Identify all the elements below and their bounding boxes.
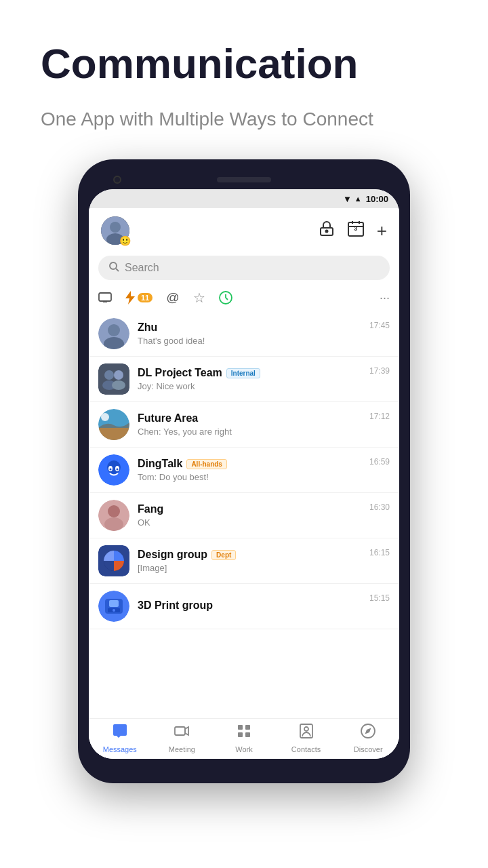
chat-time-3dprint: 15:15	[369, 593, 390, 603]
chat-item-zhu[interactable]: Zhu That's good idea! 17:45	[89, 311, 399, 357]
chat-name-fang: Fang	[138, 503, 163, 515]
chat-time-dl: 17:39	[369, 366, 390, 376]
chat-info-design: Design group Dept [Image]	[138, 549, 361, 573]
chat-avatar-3dprint	[98, 591, 129, 622]
nav-item-meeting[interactable]: Meeting	[151, 723, 214, 753]
phone-camera	[113, 176, 121, 184]
chat-avatar-dl	[98, 363, 129, 395]
phone-top-bar	[89, 170, 399, 189]
svg-point-28	[104, 517, 123, 531]
chat-badge-dingtalk: All-hands	[186, 459, 227, 469]
lock-icon[interactable]	[319, 220, 335, 241]
chat-item-fang[interactable]: Fang OK 16:30	[89, 493, 399, 538]
chat-name-row-zhu: Zhu	[138, 321, 361, 334]
hero-title: Communication	[41, 41, 447, 87]
chat-time-dingtalk: 16:59	[369, 457, 390, 467]
calendar-icon[interactable]: 3	[347, 220, 365, 241]
contacts-label: Contacts	[291, 745, 321, 753]
chat-preview-design: [Image]	[138, 563, 361, 573]
hero-subtitle: One App with Multiple Ways to Connect	[41, 106, 447, 132]
discover-label: Discover	[354, 745, 383, 753]
filter-tab-clock[interactable]	[219, 291, 232, 304]
chat-info-future: Future Area Chen: Yes, you are right	[138, 412, 361, 437]
chat-name-row-design: Design group Dept	[138, 549, 361, 561]
bottom-nav: Messages Meeting	[89, 718, 399, 759]
svg-rect-12	[98, 363, 129, 395]
status-bar: ▼ ▲ 10:00	[89, 189, 399, 208]
svg-rect-37	[238, 725, 243, 730]
filter-tab-screen[interactable]	[98, 292, 112, 303]
chat-time-zhu: 17:45	[369, 321, 390, 330]
svg-point-16	[112, 380, 125, 390]
chat-preview-dl: Joy: Nice work	[138, 381, 361, 391]
filter-tab-star[interactable]: ☆	[193, 290, 205, 306]
meeting-label: Meeting	[169, 745, 195, 753]
work-icon	[236, 723, 252, 743]
chat-item-dl[interactable]: DL Project Team Internal Joy: Nice work …	[89, 357, 399, 402]
chat-name-row-dingtalk: DingTalk All-hands	[138, 458, 361, 470]
svg-point-24	[110, 469, 112, 471]
wifi-icon: ▼	[343, 194, 352, 204]
chat-preview-zhu: That's good idea!	[138, 336, 361, 346]
chat-preview-fang: OK	[138, 517, 361, 528]
chat-item-future[interactable]: Future Area Chen: Yes, you are right 17:…	[89, 402, 399, 448]
app-header: 🙂	[89, 208, 399, 253]
svg-rect-36	[175, 727, 185, 735]
chat-item-3dprint[interactable]: 3D Print group 15:15	[89, 584, 399, 629]
search-icon	[109, 262, 119, 274]
nav-item-messages[interactable]: Messages	[89, 723, 151, 753]
user-avatar[interactable]: 🙂	[101, 216, 129, 245]
avatar-emoji: 🙂	[119, 235, 131, 246]
chat-avatar-future	[98, 409, 129, 440]
svg-rect-40	[245, 732, 250, 737]
chat-item-dingtalk[interactable]: DingTalk All-hands Tom: Do you best! 16:…	[89, 448, 399, 493]
svg-point-19	[101, 413, 109, 421]
filter-tab-bolt[interactable]: 11	[125, 291, 152, 304]
chat-badge-design: Dept	[211, 550, 236, 560]
filter-tab-at[interactable]: @	[166, 290, 179, 305]
chat-avatar-dingtalk	[98, 454, 129, 486]
chat-name-row-future: Future Area	[138, 412, 361, 425]
messages-label: Messages	[103, 745, 137, 753]
phone-screen: ▼ ▲ 10:00	[89, 189, 399, 759]
chat-avatar-design	[98, 545, 129, 576]
chat-info-dingtalk: DingTalk All-hands Tom: Do you best!	[138, 458, 361, 482]
work-label: Work	[235, 745, 252, 753]
chat-name-row-3dprint: 3D Print group	[138, 599, 361, 612]
chat-info-3dprint: 3D Print group	[138, 599, 361, 614]
chat-name-future: Future Area	[138, 412, 198, 425]
search-bar[interactable]: Search	[98, 256, 390, 280]
svg-point-4	[325, 231, 327, 233]
chat-name-row-dl: DL Project Team Internal	[138, 367, 361, 379]
header-icons: 3 +	[319, 220, 387, 241]
chat-item-design[interactable]: Design group Dept [Image] 16:15	[89, 538, 399, 584]
svg-point-10	[108, 324, 120, 336]
page-wrapper: Communication One App with Multiple Ways…	[0, 0, 488, 868]
svg-point-42	[304, 727, 308, 731]
svg-point-1	[110, 222, 121, 233]
status-icons: ▼ ▲	[343, 194, 362, 204]
bolt-badge: 11	[138, 293, 152, 302]
chat-preview-dingtalk: Tom: Do you best!	[138, 472, 361, 482]
contacts-icon	[298, 723, 314, 743]
chat-info-zhu: Zhu That's good idea!	[138, 321, 361, 346]
meeting-icon	[174, 723, 190, 743]
svg-rect-7	[99, 293, 111, 301]
chat-name-design: Design group	[138, 549, 207, 561]
nav-item-discover[interactable]: Discover	[337, 723, 399, 753]
svg-point-15	[114, 370, 123, 380]
svg-rect-33	[109, 600, 119, 607]
plus-icon[interactable]: +	[377, 220, 387, 241]
svg-marker-44	[365, 728, 371, 734]
chat-preview-future: Chen: Yes, you are right	[138, 427, 361, 437]
search-placeholder: Search	[125, 262, 159, 274]
svg-point-27	[108, 505, 120, 517]
nav-item-work[interactable]: Work	[213, 723, 275, 753]
svg-point-35	[113, 609, 115, 612]
app-content: 🙂	[89, 208, 399, 759]
nav-item-contacts[interactable]: Contacts	[275, 723, 338, 753]
hero-section: Communication One App with Multiple Ways…	[0, 0, 488, 153]
filter-tab-more[interactable]: ···	[380, 291, 390, 305]
filter-tabs: 11 @ ☆ ···	[89, 287, 399, 311]
chat-avatar-zhu	[98, 318, 129, 349]
